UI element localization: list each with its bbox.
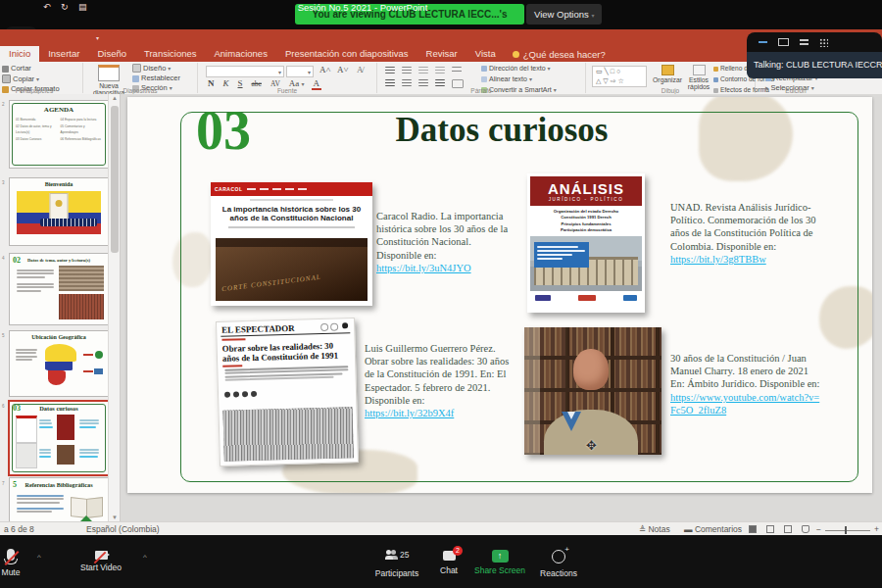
speaker-head (573, 349, 609, 390)
start-video-button[interactable]: Start Video (57, 547, 145, 572)
tab-animaciones[interactable]: Animaciones (206, 46, 276, 62)
tell-me-box[interactable]: ¿Qué desea hacer? (505, 46, 613, 62)
justify-icon[interactable] (435, 79, 445, 86)
video-options-caret[interactable]: ^ (143, 553, 147, 562)
chat-button[interactable]: 2 Chat (431, 547, 466, 575)
reading-view-icon[interactable] (784, 525, 792, 533)
slide-thumbnail-pane: 2 AGENDA 01 Bienvenida 02 Datos de autor… (0, 94, 121, 521)
comments-toggle[interactable]: ▬ Comentarios (684, 524, 742, 534)
chevron-down-icon: ▾ (591, 13, 594, 19)
chat-badge: 2 (453, 546, 463, 556)
shapes-gallery[interactable]: ▭ ╲ □ ○△ ▽ ⇨ ☆ (592, 66, 647, 87)
notes-toggle[interactable]: ≜ Notas (639, 524, 670, 534)
normal-view-icon[interactable] (749, 525, 757, 533)
scroll-up-icon[interactable]: ▲ (109, 95, 121, 101)
start-slideshow-icon[interactable]: ▤ (78, 2, 87, 12)
view-options-button[interactable]: View Options ▾ (526, 4, 602, 24)
group-dibujo: ▭ ╲ □ ○△ ▽ ⇨ ☆ Organizar Estilos rápidos… (588, 62, 753, 94)
caption-espectador: Luis Guillermo Guerrero Pérez. Obrar sob… (365, 342, 512, 419)
link-youtube[interactable]: https://www.youtube.com/watch?v=Fc5O_2fl… (670, 392, 819, 416)
colombia-flag (17, 191, 101, 234)
thumbnail-referencias[interactable]: 5 Referencias Bibliográficas (9, 477, 109, 521)
tab-vista[interactable]: Vista (466, 46, 505, 62)
thumbnail-ubicacion[interactable]: Ubicación Geográfica (9, 330, 109, 397)
zoom-slider-thumb[interactable] (845, 526, 847, 534)
zoom-floating-header[interactable] (747, 32, 882, 52)
language-indicator[interactable]: Español (Colombia) (86, 524, 160, 534)
zoom-bottom-toolbar: Mute ^ Start Video ^ 25 Participants 2 C… (0, 535, 882, 588)
scroll-down-icon[interactable]: ▼ (109, 514, 121, 520)
caption-caracol: Caracol Radio. La importancia histórica … (376, 210, 510, 274)
numbering-icon[interactable] (402, 67, 412, 74)
indent-decrease-icon[interactable] (418, 67, 428, 74)
layout-button[interactable]: Diseño ▾ (132, 64, 180, 73)
slideshow-view-icon[interactable] (802, 525, 809, 533)
minimize-icon[interactable] (759, 41, 767, 43)
copy-button[interactable]: Copiar ▾ (2, 74, 80, 83)
analisis-logos (530, 291, 642, 304)
zoom-in-button[interactable]: + (874, 524, 879, 534)
speaker-view-icon[interactable] (778, 38, 789, 46)
mute-options-caret[interactable]: ^ (37, 553, 41, 562)
bullets-icon[interactable] (385, 67, 395, 74)
group-diapositivas: Nueva diapositiva Diseño ▾ Restablecer S… (85, 62, 195, 94)
link-espectador[interactable]: https://bit.ly/32b9X4f (365, 408, 454, 418)
thumbnail-agenda[interactable]: AGENDA 01 Bienvenida 02 Datos de autor, … (9, 100, 109, 169)
shrink-font-button[interactable]: A˅ (335, 65, 351, 74)
espectador-article-image[interactable]: EL ESPECTADOR Obrar sobre las realidades… (216, 318, 359, 466)
share-screen-button[interactable]: ↑ Share Screen (470, 547, 529, 575)
share-screen-icon: ↑ (492, 550, 509, 563)
talking-indicator: Talking: CLUB LECTURA IECCR (747, 52, 882, 78)
reactions-button[interactable]: Reactions (534, 547, 583, 578)
social-icons (224, 380, 356, 402)
split-view-icon[interactable] (800, 39, 808, 46)
book-graphic (69, 494, 104, 521)
arrange-button[interactable]: Organizar (651, 65, 684, 83)
scrollbar-thumb[interactable] (111, 106, 119, 253)
line-spacing-icon[interactable] (452, 67, 462, 74)
mute-button[interactable]: Mute (0, 547, 33, 577)
new-slide-icon (98, 65, 120, 81)
caracol-article-image[interactable]: CARACOL La importancia histórica sobre l… (211, 182, 372, 306)
tab-transiciones[interactable]: Transiciones (135, 46, 206, 62)
tab-inicio[interactable]: Inicio (0, 46, 39, 62)
align-center-icon[interactable] (402, 79, 412, 86)
video-frame-image[interactable] (524, 327, 662, 455)
tab-presentacion[interactable]: Presentación con diapositivas (276, 46, 417, 62)
zoom-out-button[interactable]: − (816, 524, 821, 534)
font-name-box[interactable]: ▾ (206, 66, 284, 77)
tab-diseno[interactable]: Diseño (88, 46, 135, 62)
link-analisis[interactable]: https://bit.ly/3g8TBBw (670, 254, 766, 265)
slide-canvas[interactable]: 03 Datos curiosos CARACOL La importancia… (127, 97, 872, 493)
redo-icon[interactable]: ↻ (61, 2, 69, 12)
reset-icon (132, 75, 139, 82)
tab-insertar[interactable]: Insertar (39, 46, 88, 62)
link-caracol[interactable]: https://bit.ly/3uN4JYO (376, 263, 471, 273)
grow-font-button[interactable]: A˄ (318, 65, 333, 74)
zoom-slider-track[interactable] (825, 530, 870, 531)
align-left-icon[interactable] (385, 79, 395, 86)
quick-access-dropdown-icon[interactable]: ▾ (96, 34, 99, 41)
text-direction-button[interactable]: Dirección del texto ▾ (481, 65, 557, 73)
participants-button[interactable]: 25 Participants (363, 547, 431, 578)
align-right-icon[interactable] (418, 79, 428, 86)
copy-icon (2, 74, 11, 83)
slide-sorter-view-icon[interactable] (766, 525, 774, 533)
arrange-icon (662, 65, 674, 75)
slide-number-large: 03 (196, 99, 251, 162)
gallery-view-icon[interactable] (819, 38, 828, 47)
corte-constitucional-photo: CORTE CONSTITUCIONAL (216, 238, 368, 301)
analisis-cover-image[interactable]: ANÁLISIS JURÍDICO - POLÍTICO Organizació… (527, 173, 645, 313)
clear-format-button[interactable]: A̸ (355, 65, 366, 74)
thumbnail-datos-tema[interactable]: 02 Datos de tema, autor y lectura(s) (9, 253, 109, 325)
undo-icon[interactable]: ↶ (43, 2, 51, 12)
thumbnail-bienvenida[interactable]: Bienvenida (9, 177, 109, 246)
thumbnail-scrollbar[interactable]: ▲ ▼ (108, 94, 121, 521)
tab-revisar[interactable]: Revisar (417, 46, 466, 62)
thumbnail-datos-curiosos-selected[interactable]: 03 Datos curiosos (8, 400, 110, 476)
reset-button[interactable]: Restablecer (132, 74, 180, 82)
cut-button[interactable]: Cortar (2, 65, 80, 73)
align-text-button[interactable]: Alinear texto ▾ (481, 75, 557, 83)
indent-increase-icon[interactable] (435, 67, 445, 74)
font-size-box[interactable]: ▾ (286, 66, 314, 77)
